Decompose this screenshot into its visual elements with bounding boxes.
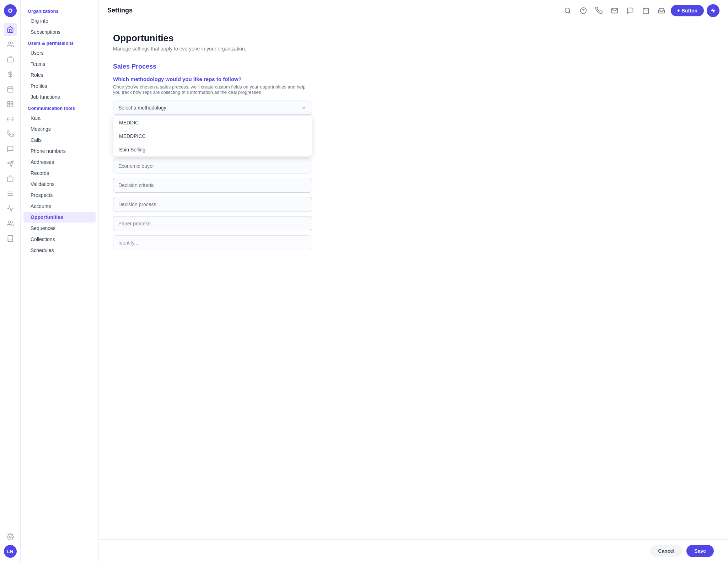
- bottom-bar: Cancel Save: [99, 539, 728, 562]
- nav-reports[interactable]: [4, 202, 17, 215]
- methodology-question-title: Which methodology would you like reps to…: [113, 76, 714, 82]
- topbar-title: Settings: [107, 7, 557, 14]
- svg-point-23: [565, 8, 569, 12]
- sidebar-item-prospects[interactable]: Prospects: [23, 190, 96, 200]
- sidebar-item-profiles[interactable]: Profiles: [23, 81, 96, 91]
- svg-rect-10: [11, 102, 13, 104]
- nav-calendar[interactable]: [4, 82, 17, 96]
- sidebar-section-communication: Communication tools: [21, 103, 98, 112]
- svg-rect-12: [7, 105, 10, 107]
- nav-users-group[interactable]: [4, 217, 17, 230]
- svg-rect-27: [643, 8, 648, 14]
- topbar: Settings + Button: [99, 0, 728, 21]
- sidebar-item-records[interactable]: Records: [23, 168, 96, 178]
- svg-point-1: [9, 10, 11, 12]
- nav-clipboard[interactable]: [4, 172, 17, 186]
- sidebar-section-users-permissions: Users & permissions: [21, 38, 98, 47]
- svg-rect-11: [11, 105, 13, 107]
- methodology-dropdown-wrapper: Select a methodology MEDDIC MEDDPICC Spi…: [113, 101, 312, 115]
- sidebar-item-validations[interactable]: Validations: [23, 179, 96, 189]
- sidebar-item-subscriptions[interactable]: Subscriptions: [23, 27, 96, 37]
- svg-rect-9: [7, 102, 10, 104]
- svg-rect-5: [7, 87, 13, 92]
- search-icon[interactable]: [561, 4, 574, 17]
- chevron-down-icon: [301, 105, 307, 111]
- sidebar-item-job-functions[interactable]: Job functions: [23, 92, 96, 102]
- nav-tools[interactable]: [4, 187, 17, 200]
- svg-line-24: [569, 12, 571, 13]
- svg-point-21: [8, 221, 11, 224]
- svg-marker-31: [711, 8, 716, 13]
- app-logo[interactable]: [4, 4, 17, 17]
- svg-rect-17: [7, 177, 13, 182]
- svg-point-22: [9, 536, 11, 538]
- chat-icon[interactable]: [624, 4, 637, 17]
- sidebar-item-addresses[interactable]: Addresses: [23, 157, 96, 167]
- inbox-icon[interactable]: [655, 4, 668, 17]
- sidebar-item-collections[interactable]: Collections: [23, 234, 96, 245]
- dropdown-option-spin-selling[interactable]: Spin Selling: [113, 143, 312, 156]
- sidebar-item-opportunities[interactable]: Opportunities: [23, 212, 96, 223]
- field-economic-buyer[interactable]: [113, 159, 312, 173]
- sidebar-item-meetings[interactable]: Meetings: [23, 124, 96, 134]
- page-title: Opportunities: [113, 33, 714, 44]
- methodology-dropdown-menu: MEDDIC MEDDPICC Spin Selling: [113, 116, 312, 157]
- topbar-icons: + Button: [561, 4, 719, 17]
- lightning-button[interactable]: [707, 4, 719, 17]
- field-paper-process[interactable]: [113, 216, 312, 231]
- sidebar-item-accounts[interactable]: Accounts: [23, 201, 96, 212]
- main-area: Settings + Button: [99, 0, 728, 562]
- save-button[interactable]: Save: [686, 545, 714, 557]
- sidebar-item-kaia[interactable]: Kaia: [23, 113, 96, 123]
- nav-revenue[interactable]: [4, 68, 17, 81]
- nav-contacts[interactable]: [4, 38, 17, 51]
- methodology-dropdown[interactable]: Select a methodology: [113, 101, 312, 115]
- sidebar-item-sequences[interactable]: Sequences: [23, 223, 96, 234]
- svg-rect-3: [7, 58, 13, 62]
- methodology-question-desc: Once you've chosen a sales process, we'l…: [113, 84, 312, 95]
- nav-home[interactable]: [4, 23, 17, 36]
- dropdown-option-meddpicc[interactable]: MEDDPICC: [113, 129, 312, 143]
- icon-rail: LN: [0, 0, 21, 562]
- nav-phone[interactable]: [4, 127, 17, 141]
- sidebar-item-org-info[interactable]: Org info: [23, 16, 96, 26]
- sidebar-item-phone-numbers[interactable]: Phone numbers: [23, 146, 96, 156]
- sidebar: Organizations Org info Subscriptions Use…: [21, 0, 99, 562]
- nav-settings[interactable]: [4, 530, 17, 544]
- content-area: Opportunities Manage settings that apply…: [99, 21, 728, 539]
- dropdown-option-meddic[interactable]: MEDDIC: [113, 116, 312, 129]
- cancel-button[interactable]: Cancel: [650, 545, 682, 557]
- nav-library[interactable]: [4, 232, 17, 245]
- sidebar-section-organizations: Organizations: [21, 6, 98, 15]
- sidebar-item-users[interactable]: Users: [23, 48, 96, 58]
- field-decision-criteria[interactable]: [113, 178, 312, 193]
- help-icon[interactable]: [577, 4, 590, 17]
- sidebar-item-roles[interactable]: Roles: [23, 70, 96, 80]
- nav-analytics[interactable]: [4, 97, 17, 111]
- sales-process-section-title: Sales Process: [113, 63, 714, 70]
- nav-deals[interactable]: [4, 53, 17, 66]
- svg-point-2: [8, 42, 11, 44]
- sidebar-item-calls[interactable]: Calls: [23, 135, 96, 145]
- dropdown-placeholder: Select a methodology: [118, 105, 166, 111]
- user-avatar[interactable]: LN: [4, 545, 17, 558]
- nav-sequences[interactable]: [4, 112, 17, 126]
- page-subtitle: Manage settings that apply to everyone i…: [113, 46, 714, 52]
- nav-chat[interactable]: [4, 142, 17, 156]
- field-decision-process[interactable]: [113, 197, 312, 212]
- nav-send[interactable]: [4, 157, 17, 171]
- calendar-icon[interactable]: [639, 4, 652, 17]
- phone-icon[interactable]: [593, 4, 605, 17]
- mail-icon[interactable]: [608, 4, 621, 17]
- add-button[interactable]: + Button: [671, 5, 704, 16]
- sidebar-item-schedules[interactable]: Schedules: [23, 245, 96, 256]
- sidebar-item-teams[interactable]: Teams: [23, 59, 96, 69]
- field-identify-truncated: Identify...: [113, 235, 312, 250]
